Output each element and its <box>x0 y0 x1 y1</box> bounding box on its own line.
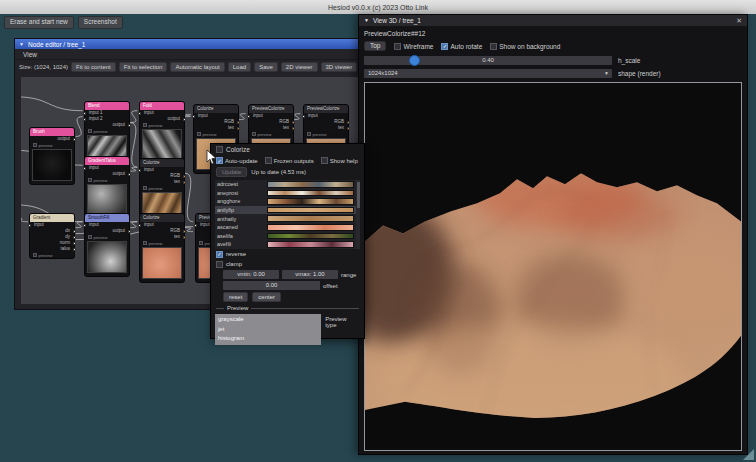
vmin-field[interactable]: vmin: 0.00 <box>223 270 279 279</box>
port-dot[interactable] <box>83 224 86 227</box>
ne-button-3d-viewer[interactable]: 3D viewer <box>321 62 358 72</box>
node-output-port[interactable]: output <box>85 171 129 177</box>
node-output-port[interactable]: output <box>140 116 184 122</box>
graph-node-fold[interactable]: Foldinputoutputpreview <box>139 101 185 165</box>
render-viewport[interactable] <box>364 82 742 451</box>
node-output-port[interactable]: output <box>85 228 129 234</box>
node-preview-toggle[interactable]: preview <box>194 131 238 137</box>
checkbox-icon[interactable] <box>88 129 92 133</box>
preview-type-grayscale[interactable]: grayscale <box>215 315 321 325</box>
port-dot[interactable] <box>83 167 86 170</box>
checkbox-icon[interactable] <box>265 157 272 164</box>
port-dot[interactable] <box>73 230 76 233</box>
port-dot[interactable] <box>83 118 86 121</box>
port-dot[interactable] <box>73 138 76 141</box>
port-dot[interactable] <box>292 127 295 130</box>
h-scale-slider[interactable]: 0.40 <box>364 56 612 65</box>
colormap-row-ascaned[interactable]: ascaned <box>215 223 360 232</box>
resize-grip[interactable] <box>743 449 754 460</box>
ne-button-fit-to-selection[interactable]: Fit to selection <box>119 62 168 72</box>
graph-node-brush[interactable]: Brushoutputpreview <box>29 127 75 185</box>
port-dot[interactable] <box>302 115 305 118</box>
port-dot[interactable] <box>138 169 141 172</box>
port-dot[interactable] <box>183 118 186 121</box>
checkbox-icon[interactable] <box>88 235 92 239</box>
node-preview-toggle[interactable]: preview <box>30 252 74 258</box>
checkbox-icon[interactable] <box>88 178 92 182</box>
graph-node-colorize[interactable]: ColorizeinputRGBtexpreview <box>139 213 185 283</box>
port-dot[interactable] <box>73 242 76 245</box>
shape-render-combo[interactable]: 1024x1024 ▼ <box>364 69 612 78</box>
preview-type-list[interactable]: grayscalejethistogram <box>215 314 321 345</box>
ne-button-fit-to-content[interactable]: Fit to content <box>71 62 116 72</box>
dialog-checkbox-auto-update[interactable]: ✓Auto-update <box>216 157 258 164</box>
node-preview-toggle[interactable]: preview <box>140 185 184 191</box>
port-dot[interactable] <box>192 115 195 118</box>
node-preview-toggle[interactable]: preview <box>30 142 74 148</box>
checkbox-icon[interactable] <box>307 132 311 136</box>
collapse-triangle-icon[interactable]: ▼ <box>364 18 369 23</box>
node-preview-toggle[interactable]: preview <box>140 240 184 246</box>
port-dot[interactable] <box>194 224 197 227</box>
port-dot[interactable] <box>83 112 86 115</box>
center-button[interactable]: center <box>252 292 281 302</box>
checkbox-icon[interactable] <box>33 253 37 257</box>
port-dot[interactable] <box>237 121 240 124</box>
port-dot[interactable] <box>183 175 186 178</box>
checkbox-icon[interactable]: ✓ <box>216 157 223 164</box>
checkbox-icon[interactable] <box>252 132 256 136</box>
vmax-field[interactable]: vmax: 1.00 <box>282 270 338 279</box>
close-icon[interactable]: ✕ <box>736 17 742 24</box>
node-preview-toggle[interactable]: preview <box>140 122 184 128</box>
node-output-port[interactable]: talus <box>30 246 74 252</box>
colormap-row-aneprosi[interactable]: aneprosi <box>215 189 360 198</box>
reverse-checkbox[interactable]: ✓ <box>216 251 223 258</box>
graph-node-gradient[interactable]: Gradientinputdxdynormtaluspreview <box>29 213 75 259</box>
preview-type-jet[interactable]: jet <box>215 325 321 335</box>
port-dot[interactable] <box>128 230 131 233</box>
port-dot[interactable] <box>237 127 240 130</box>
node-preview-toggle[interactable]: preview <box>85 234 129 240</box>
node-output-port[interactable]: tex <box>140 179 184 185</box>
colormap-row-angghore[interactable]: angghore <box>215 197 360 206</box>
port-dot[interactable] <box>73 236 76 239</box>
app-button-erase-and-start-new[interactable]: Erase and start new <box>4 16 74 29</box>
dialog-checkbox-frozen-outputs[interactable]: Frozen outputs <box>265 157 314 164</box>
port-dot[interactable] <box>292 121 295 124</box>
graph-node-smoothfill[interactable]: SmoothFillinputoutputpreview <box>84 213 130 277</box>
port-dot[interactable] <box>28 224 31 227</box>
checkbox-icon[interactable] <box>33 143 37 147</box>
checkbox-icon[interactable] <box>199 241 203 245</box>
port-dot[interactable] <box>183 181 186 184</box>
checkbox-icon[interactable] <box>197 132 201 136</box>
ne-button-2d-viewer[interactable]: 2D viewer <box>281 62 318 72</box>
top-view-button[interactable]: Top <box>364 41 386 52</box>
node-output-port[interactable]: tex <box>194 125 238 131</box>
checkbox-icon[interactable]: ✓ <box>441 43 448 50</box>
chevron-down-icon[interactable]: ▼ <box>604 69 609 78</box>
node-preview-toggle[interactable]: preview <box>304 131 348 137</box>
port-dot[interactable] <box>73 248 76 251</box>
colormap-row-anthatly[interactable]: anthatly <box>215 214 360 223</box>
port-dot[interactable] <box>138 112 141 115</box>
update-button[interactable]: Update <box>216 167 247 177</box>
port-dot[interactable] <box>347 127 350 130</box>
port-dot[interactable] <box>247 115 250 118</box>
checkbox-icon[interactable] <box>490 43 497 50</box>
node-output-port[interactable]: tex <box>304 125 348 131</box>
port-dot[interactable] <box>138 224 141 227</box>
node-output-port[interactable]: output <box>30 136 74 142</box>
node-output-port[interactable]: tex <box>249 125 293 131</box>
colormap-row-aselifa[interactable]: aselifa <box>215 232 360 241</box>
node-state-checkbox[interactable] <box>216 146 223 153</box>
node-editor-header[interactable]: ▼ Node editor / tree_1 <box>15 39 369 49</box>
colormap-list[interactable]: adrcoestaneprosiangghoreanilyfipanthatly… <box>215 180 360 249</box>
port-dot[interactable] <box>128 173 131 176</box>
view3d-checkbox-auto-rotate[interactable]: ✓Auto rotate <box>441 43 482 50</box>
ne-button-load[interactable]: Load <box>228 62 251 72</box>
offset-field[interactable]: 0.00 <box>223 281 320 290</box>
colorize-dialog-title-row[interactable]: Colorize <box>211 144 364 155</box>
node-output-port[interactable]: tex <box>140 234 184 240</box>
dialog-checkbox-show-help[interactable]: Show help <box>321 157 358 164</box>
checkbox-icon[interactable] <box>321 157 328 164</box>
